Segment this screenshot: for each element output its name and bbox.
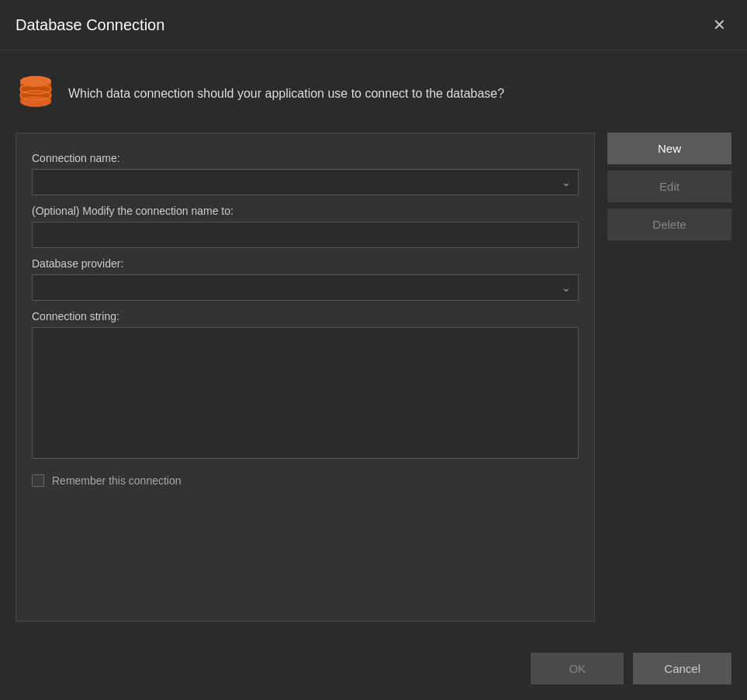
- connection-string-group: Connection string:: [32, 310, 579, 459]
- svg-point-2: [20, 96, 51, 107]
- connection-name-label: Connection name:: [32, 152, 579, 164]
- modify-name-label: (Optional) Modify the connection name to…: [32, 205, 579, 217]
- edit-button[interactable]: Edit: [607, 171, 731, 202]
- provider-label: Database provider:: [32, 257, 579, 270]
- ok-button[interactable]: OK: [531, 653, 624, 684]
- dialog-body: Which data connection should your applic…: [0, 50, 747, 637]
- connection-name-select[interactable]: [32, 169, 579, 195]
- modify-name-input[interactable]: [32, 222, 579, 248]
- database-connection-dialog: Database Connection ✕ Which data conne: [0, 0, 747, 700]
- provider-wrapper: ⌄: [32, 274, 579, 301]
- remember-label: Remember this connection: [52, 474, 182, 487]
- svg-point-3: [20, 76, 51, 87]
- dialog-title: Database Connection: [16, 16, 164, 34]
- modify-name-group: (Optional) Modify the connection name to…: [32, 205, 579, 248]
- remember-row: Remember this connection: [32, 474, 579, 487]
- remember-checkbox[interactable]: [32, 474, 44, 487]
- title-bar: Database Connection ✕: [0, 0, 747, 50]
- form-panel: Connection name: ⌄ (Optional) Modify the…: [16, 133, 595, 622]
- database-icon: [16, 74, 56, 114]
- side-buttons: New Edit Delete: [607, 133, 731, 622]
- header-row: Which data connection should your applic…: [16, 74, 731, 114]
- footer: OK Cancel: [0, 637, 747, 700]
- header-question: Which data connection should your applic…: [68, 87, 504, 101]
- connection-name-group: Connection name: ⌄: [32, 152, 579, 195]
- connection-string-textarea[interactable]: [32, 327, 579, 459]
- provider-group: Database provider: ⌄: [32, 257, 579, 301]
- close-button[interactable]: ✕: [707, 12, 731, 37]
- cancel-button[interactable]: Cancel: [633, 653, 731, 684]
- provider-select[interactable]: [32, 274, 579, 301]
- new-button[interactable]: New: [607, 133, 731, 164]
- connection-name-wrapper: ⌄: [32, 169, 579, 195]
- connection-string-label: Connection string:: [32, 310, 579, 322]
- delete-button[interactable]: Delete: [607, 209, 731, 240]
- content-row: Connection name: ⌄ (Optional) Modify the…: [16, 133, 731, 622]
